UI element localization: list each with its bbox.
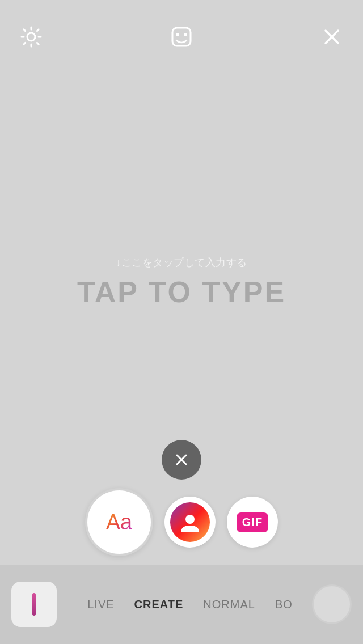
color-bar	[32, 593, 36, 616]
aa-label: Aa	[106, 510, 132, 535]
svg-point-8	[185, 515, 195, 524]
capture-button[interactable]	[312, 584, 352, 624]
tap-subtitle: ↓ここをタップして入力する	[116, 256, 247, 269]
gif-button[interactable]: GIF	[227, 497, 278, 548]
gif-label: GIF	[237, 512, 268, 532]
tab-boomerang[interactable]: BO	[275, 598, 293, 611]
tab-normal[interactable]: NORMAL	[203, 598, 255, 611]
font-style-button[interactable]: Aa	[85, 488, 153, 556]
bottom-nav: LIVE CREATE NORMAL BO	[0, 565, 363, 644]
avatar-icon	[170, 502, 210, 542]
avatar-button[interactable]	[164, 497, 216, 548]
dismiss-button[interactable]	[162, 440, 201, 480]
bottom-tools: Aa GIF	[0, 480, 363, 565]
mode-tabs: LIVE CREATE NORMAL BO	[68, 598, 312, 611]
color-picker-button[interactable]	[11, 582, 57, 627]
tap-title: TAP TO TYPE	[77, 275, 286, 309]
tab-live[interactable]: LIVE	[87, 598, 114, 611]
tab-create[interactable]: CREATE	[134, 598, 184, 611]
